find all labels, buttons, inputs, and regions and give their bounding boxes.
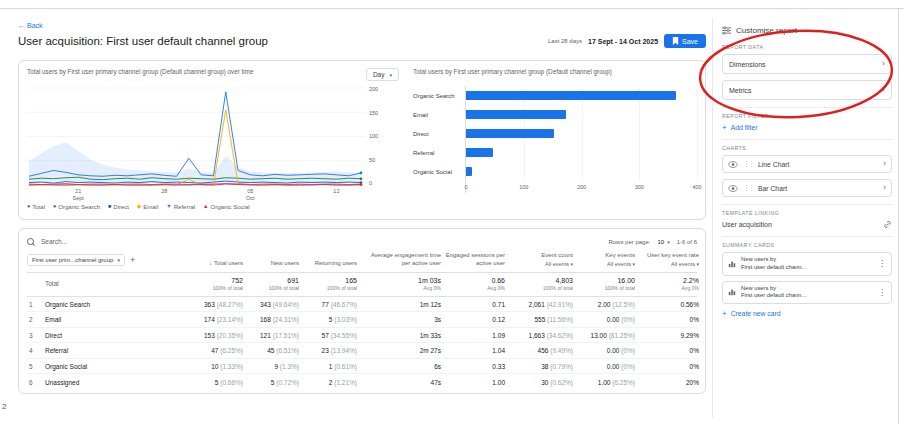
link-icon[interactable] bbox=[883, 220, 892, 229]
organic-social-marker-icon: ▲ bbox=[203, 204, 208, 210]
visibility-icon[interactable] bbox=[728, 161, 738, 168]
metric-scope-select[interactable]: All events ▾ bbox=[577, 261, 635, 268]
channel-name: Unassigned bbox=[45, 379, 185, 386]
column-header-total-users[interactable]: ↓Total users bbox=[185, 260, 243, 268]
metric-scope-select[interactable]: All events ▾ bbox=[639, 261, 699, 268]
plus-icon: + bbox=[722, 309, 727, 318]
totals-cell: 691100% of total bbox=[243, 277, 299, 291]
drag-handle-icon[interactable]: ⋮⋮ bbox=[743, 160, 753, 168]
divider bbox=[722, 107, 892, 108]
metric-cell: 1.04 bbox=[441, 347, 505, 354]
pagination-status: 1-6 of 6 bbox=[677, 239, 697, 245]
metric-scope-select[interactable]: All events ▾ bbox=[509, 261, 573, 268]
section-label-summary-cards: SUMMARY CARDS bbox=[722, 242, 892, 248]
bar-row bbox=[466, 86, 697, 105]
direct-marker-icon: ■ bbox=[108, 204, 111, 210]
drag-handle-icon[interactable]: ⋮⋮ bbox=[743, 184, 753, 192]
metric-cell: 1m 33s bbox=[357, 332, 441, 339]
column-header-engaged-sessions-per-active-user[interactable]: Engaged sessions per active user bbox=[441, 252, 505, 268]
metric-cell: 363 (48.27%) bbox=[185, 301, 243, 308]
panel-title: Customise report bbox=[736, 26, 797, 35]
row-number: 1 bbox=[27, 301, 45, 308]
more-options-icon[interactable]: ⋮ bbox=[878, 259, 886, 268]
granularity-select[interactable]: Day ▾ bbox=[366, 68, 399, 81]
metrics-button[interactable]: Metrics › bbox=[722, 80, 892, 100]
table-row[interactable]: 3Direct153 (20.35%)121 (17.51%)57 (34.55… bbox=[27, 328, 697, 344]
more-options-icon[interactable]: ⋮ bbox=[878, 288, 886, 297]
column-header-user-key-event-rate[interactable]: User key event rateAll events ▾ bbox=[635, 252, 699, 268]
bar-category-label: Organic Social bbox=[413, 162, 465, 181]
table-search[interactable] bbox=[27, 237, 149, 246]
table-row[interactable]: 1Organic Search363 (48.27%)343 (49.64%)7… bbox=[27, 297, 697, 313]
bar-chart-section: Total users by First user primary channe… bbox=[399, 68, 697, 212]
totals-cell: 0.66Avg 0% bbox=[441, 277, 505, 291]
chart-card-icon bbox=[728, 260, 736, 268]
metric-cell: 57 (34.55%) bbox=[299, 332, 357, 339]
totals-cell: 165100% of total bbox=[299, 277, 357, 291]
dimensions-button[interactable]: Dimensions › bbox=[722, 54, 892, 74]
metric-cell: 0.71 bbox=[441, 301, 505, 308]
legend-item-referral[interactable]: ▼Referral bbox=[166, 204, 195, 210]
column-header-new-users[interactable]: New users bbox=[243, 260, 299, 268]
bar-organic-social[interactable] bbox=[466, 167, 472, 176]
add-filter-button[interactable]: + Add filter bbox=[722, 123, 892, 132]
x-axis-tick: 400 bbox=[692, 184, 701, 190]
bar-direct[interactable] bbox=[466, 129, 554, 138]
legend-item-organic-search[interactable]: ●Organic Search bbox=[53, 204, 100, 210]
y-axis-label: 100 bbox=[369, 133, 383, 139]
divider bbox=[722, 139, 892, 140]
summary-card[interactable]: New users by First user default chann...… bbox=[722, 252, 892, 276]
table-row[interactable]: 5Organic Social10 (1.33%)9 (1.3%)1 (0.61… bbox=[27, 359, 697, 375]
metric-cell: 1.00 (6.25%) bbox=[573, 379, 635, 386]
line-chart-title: Total users by First user primary channe… bbox=[27, 68, 253, 76]
visibility-icon[interactable] bbox=[728, 185, 738, 192]
bar-email[interactable] bbox=[466, 110, 566, 119]
date-range-picker[interactable]: 17 Sept - 14 Oct 2025 bbox=[588, 38, 658, 45]
metric-cell: 1.00 bbox=[441, 379, 505, 386]
y-axis-label: 150 bbox=[369, 110, 383, 116]
bar-row bbox=[466, 143, 697, 162]
customise-icon bbox=[722, 26, 731, 35]
totals-cell: 2.2%Avg 0% bbox=[635, 277, 699, 291]
summary-card[interactable]: New users by First user default chann...… bbox=[722, 281, 892, 305]
channel-name: Direct bbox=[45, 332, 185, 339]
metric-cell: 0.33 bbox=[441, 363, 505, 370]
back-link[interactable]: ← Back bbox=[18, 22, 43, 29]
table-row[interactable]: 4Referral47 (6.25%)45 (6.51%)23 (13.94%)… bbox=[27, 343, 697, 359]
table-header-row: First user prim...channel group ▾ + ↓Tot… bbox=[27, 249, 697, 273]
table-body: 1Organic Search363 (48.27%)343 (49.64%)7… bbox=[27, 297, 697, 390]
legend-item-email[interactable]: ◆Email bbox=[137, 204, 158, 210]
legend-label: Referral bbox=[174, 204, 195, 210]
column-header-event-count[interactable]: Event countAll events ▾ bbox=[505, 252, 573, 268]
add-dimension-button[interactable]: + bbox=[130, 255, 135, 265]
search-input[interactable] bbox=[39, 237, 149, 246]
bar-referral[interactable] bbox=[466, 148, 493, 157]
rows-per-page-select[interactable]: 10 ▾ bbox=[657, 239, 669, 245]
dimension-selector[interactable]: First user prim...channel group ▾ bbox=[27, 254, 125, 266]
column-header-returning-users[interactable]: Returning users bbox=[299, 260, 357, 268]
x-axis-tick: 100 bbox=[519, 184, 528, 190]
metric-cell: 13.00 (81.25%) bbox=[573, 332, 635, 339]
bar-organic-search[interactable] bbox=[466, 91, 676, 100]
chevron-down-icon: ▾ bbox=[667, 239, 670, 245]
customise-report-panel: Customise report REPORT DATA Dimensions … bbox=[712, 18, 898, 418]
column-header-average-engagement-time-per-active-user[interactable]: Average engagement time per active user bbox=[357, 252, 441, 268]
table-row[interactable]: 2Email174 (23.14%)168 (24.31%)5 (3.03%)3… bbox=[27, 312, 697, 328]
create-new-card-button[interactable]: + Create new card bbox=[722, 309, 892, 318]
metric-cell: 456 (9.49%) bbox=[505, 347, 573, 354]
column-header-key-events[interactable]: Key eventsAll events ▾ bbox=[573, 252, 635, 268]
total-marker-icon: ● bbox=[27, 204, 30, 210]
section-label-report-filter: REPORT FILTER bbox=[722, 113, 892, 119]
metric-cell: 1.09 bbox=[441, 332, 505, 339]
line-chart-row[interactable]: ⋮⋮ Line Chart › bbox=[722, 155, 892, 173]
legend-item-organic-social[interactable]: ▲Organic Social bbox=[203, 204, 249, 210]
ga4-report-screen: ← Back User acquisition: First user defa… bbox=[0, 0, 904, 424]
legend-item-direct[interactable]: ■Direct bbox=[108, 204, 129, 210]
legend-item-total[interactable]: ●Total bbox=[27, 204, 45, 210]
metric-cell: 2,061 (42.91%) bbox=[505, 301, 573, 308]
bar-chart-row[interactable]: ⋮⋮ Bar Chart › bbox=[722, 179, 892, 197]
bar-category-label: Referral bbox=[413, 143, 465, 162]
save-button[interactable]: Save bbox=[664, 34, 706, 48]
section-label-report-data: REPORT DATA bbox=[722, 44, 892, 50]
table-row[interactable]: 6Unassigned5 (0.66%)5 (0.72%)2 (1.21%)47… bbox=[27, 374, 697, 390]
